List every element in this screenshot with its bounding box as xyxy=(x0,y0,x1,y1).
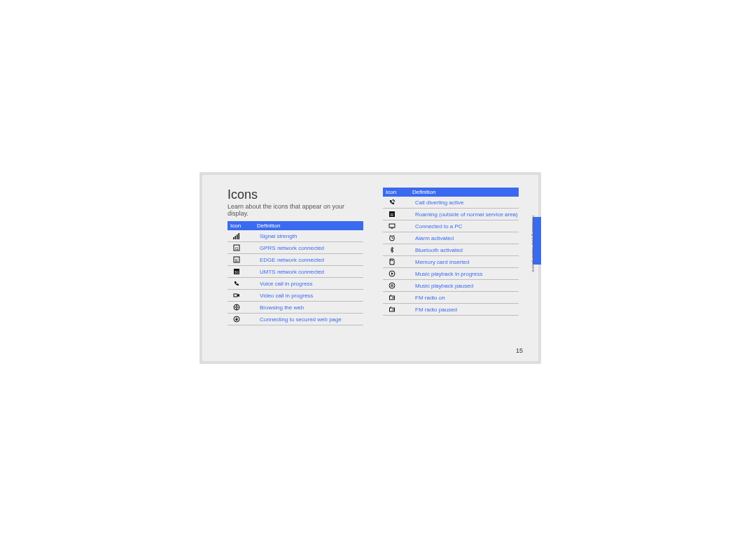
definition-text: Bluetooth activated xyxy=(415,247,519,253)
svg-point-22 xyxy=(389,283,395,288)
gprs-icon: G xyxy=(227,244,260,251)
voice-icon xyxy=(227,280,260,287)
svg-rect-10 xyxy=(234,294,237,297)
table-row: Connecting to secured web page xyxy=(227,314,363,325)
definition-text: Browsing the web xyxy=(260,304,363,311)
table-row: Music playback paused xyxy=(383,280,519,292)
svg-text:3G: 3G xyxy=(234,270,239,274)
table-row: Bluetooth activated xyxy=(383,244,519,256)
manual-page: Introducing your mobile phone Icons Lear… xyxy=(200,172,541,364)
definition-text: Memory card inserted xyxy=(415,259,519,265)
col-header-icon: Icon xyxy=(383,189,412,195)
table-row: Connected to a PC xyxy=(383,220,519,232)
page-heading: Icons xyxy=(227,188,363,202)
left-column: Icons Learn about the icons that appear … xyxy=(227,188,363,325)
svg-rect-13 xyxy=(236,319,238,321)
alarm-icon xyxy=(383,234,415,241)
table-row: FM radio paused xyxy=(383,304,519,316)
table-row: Video call in progress xyxy=(227,290,363,302)
definition-text: GPRS network connected xyxy=(260,245,363,251)
table-row: Alarm activated xyxy=(383,232,519,244)
definition-text: Music playback in progress xyxy=(415,271,519,277)
roam-icon: R xyxy=(383,211,415,218)
video-icon xyxy=(227,292,260,299)
svg-rect-1 xyxy=(235,236,237,239)
definition-text: Connecting to secured web page xyxy=(260,316,363,323)
definition-text: Call diverting active xyxy=(415,199,519,206)
svg-text:E: E xyxy=(235,258,238,262)
table-header-left: Icon Definition xyxy=(227,221,363,230)
intro-text: Learn about the icons that appear on you… xyxy=(227,203,363,217)
umts-icon: 3G xyxy=(227,268,260,275)
table-row: Music playback in progress xyxy=(383,268,519,280)
table-row: Memory card inserted xyxy=(383,256,519,268)
definition-text: Music playback paused xyxy=(415,283,519,289)
svg-rect-17 xyxy=(391,228,393,229)
bt-icon xyxy=(383,246,415,253)
edge-icon: E xyxy=(227,256,260,263)
definition-text: Signal strength xyxy=(260,233,363,239)
table-row: EEDGE network connected xyxy=(227,254,363,266)
col-header-definition: Definition xyxy=(257,223,363,229)
table-row: 3GUMTS network connected xyxy=(227,266,363,278)
definition-text: Alarm activated xyxy=(415,235,519,241)
svg-text:R: R xyxy=(391,213,394,217)
table-row: FM radio on xyxy=(383,292,519,304)
definition-text: EDGE network connected xyxy=(260,257,363,263)
divert-icon xyxy=(383,199,415,206)
table-row: Signal strength xyxy=(227,230,363,242)
pc-icon xyxy=(383,223,415,230)
fmon-icon xyxy=(383,294,415,301)
table-header-right: Icon Definition xyxy=(383,188,519,197)
svg-rect-28 xyxy=(393,309,393,311)
card-icon xyxy=(383,258,415,265)
definition-text: Connected to a PC xyxy=(415,223,519,230)
side-section-label: Introducing your mobile phone xyxy=(530,216,537,300)
svg-text:G: G xyxy=(235,246,239,251)
table-row: Call diverting active xyxy=(383,197,519,209)
definition-text: FM radio paused xyxy=(415,307,519,313)
table-row: RRoaming (outside of normal service area… xyxy=(383,209,519,220)
svg-point-26 xyxy=(393,297,394,299)
col-header-icon: Icon xyxy=(227,223,257,229)
fmpause-icon xyxy=(383,306,415,313)
definition-text: FM radio on xyxy=(415,295,519,301)
svg-rect-23 xyxy=(391,284,392,287)
right-column: Icon Definition Call diverting activeRRo… xyxy=(383,188,519,325)
web-icon xyxy=(227,304,260,311)
definition-text: Roaming (outside of normal service area) xyxy=(415,211,519,218)
table-row: Voice call in progress xyxy=(227,278,363,290)
content-columns: Icons Learn about the icons that appear … xyxy=(227,188,519,325)
svg-rect-3 xyxy=(239,233,240,239)
svg-rect-29 xyxy=(393,309,394,311)
definition-text: Video call in progress xyxy=(260,293,363,299)
definition-text: Voice call in progress xyxy=(260,281,363,287)
pause-icon xyxy=(383,282,415,289)
svg-rect-2 xyxy=(237,234,238,239)
svg-rect-19 xyxy=(391,260,391,261)
col-header-definition: Definition xyxy=(412,189,519,195)
play-icon xyxy=(383,270,415,277)
page-number: 15 xyxy=(516,347,523,354)
table-row: GGPRS network connected xyxy=(227,242,363,254)
signal-icon xyxy=(227,232,260,239)
table-row: Browsing the web xyxy=(227,302,363,314)
svg-rect-24 xyxy=(393,284,393,287)
svg-rect-0 xyxy=(233,237,234,239)
definition-text: UMTS network connected xyxy=(260,269,363,275)
secure-icon xyxy=(227,316,260,323)
svg-rect-20 xyxy=(392,260,393,261)
svg-rect-16 xyxy=(389,224,395,227)
